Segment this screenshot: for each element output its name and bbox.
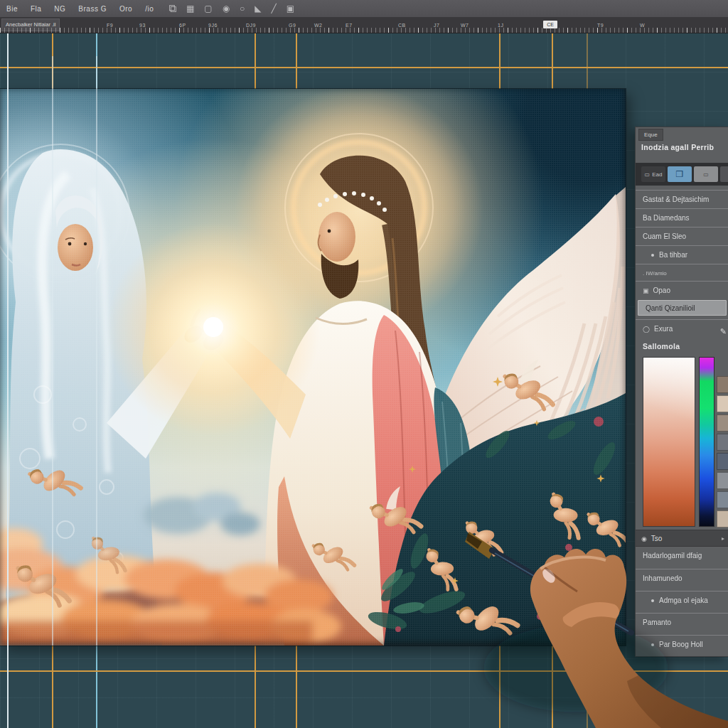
ruler-label: E7 bbox=[346, 23, 353, 28]
menu-edit[interactable]: Fla bbox=[24, 5, 48, 13]
menu-bar: Bie Fla NG Brass G Oro /io ⧉ ▦ ▢ ◉ ○ ◣ ╱… bbox=[0, 0, 728, 18]
panel-row[interactable]: ▣Opao bbox=[636, 281, 728, 299]
panel-row-label: Ba tihbar bbox=[659, 251, 687, 259]
layers-icon[interactable]: ⧉ bbox=[168, 2, 176, 15]
color-swatch[interactable] bbox=[717, 434, 728, 451]
panel-row-selected[interactable]: Qanti Qizanilioil bbox=[638, 300, 727, 316]
tools-section-header[interactable]: ◉Tso ▸ bbox=[636, 530, 728, 547]
panel-row[interactable]: . IW/amio bbox=[636, 264, 728, 282]
panel-tab[interactable]: Eque bbox=[638, 129, 663, 141]
painting-app-window: Bie Fla NG Brass G Oro /io ⧉ ▦ ▢ ◉ ○ ◣ ╱… bbox=[0, 0, 728, 728]
panel-row-label: Admga ol ejaka bbox=[659, 596, 708, 604]
menu-io[interactable]: /io bbox=[139, 5, 160, 13]
ruler-bar[interactable]: Anecbalker Nitlaiar .il F9 93 6P 9J6 DJ9… bbox=[0, 17, 728, 33]
artboard-canvas[interactable] bbox=[0, 89, 626, 646]
panel-row[interactable]: Par Boog Holl bbox=[636, 635, 728, 653]
ruler-label: CB bbox=[398, 23, 406, 28]
dot-icon[interactable]: ○ bbox=[240, 4, 245, 14]
color-swatch[interactable] bbox=[717, 395, 728, 412]
bullet-icon bbox=[651, 643, 654, 646]
ruler-label: 93 bbox=[139, 23, 146, 28]
panel-row[interactable]: Admga ol ejaka bbox=[636, 591, 728, 609]
ruler-label: W2 bbox=[314, 23, 323, 28]
frame-icon[interactable]: ▣ bbox=[287, 4, 294, 14]
workspace[interactable]: Eque Inodzia agall Perrib ▭ Ead ❒ ▭ ▫ Ga… bbox=[0, 33, 728, 728]
panel-row[interactable]: Inhamunedo bbox=[636, 569, 728, 587]
guide-vertical-light[interactable] bbox=[96, 56, 97, 646]
layers-icon: ❒ bbox=[676, 169, 684, 179]
ruler-label: J7 bbox=[434, 23, 439, 28]
pen-icon[interactable]: ╱ bbox=[272, 4, 277, 14]
menu-file[interactable]: Bie bbox=[0, 5, 24, 13]
panel-row-label: Par Boog Holl bbox=[659, 641, 703, 648]
circle-icon: ◯ bbox=[643, 326, 650, 333]
tools-header-label: Tso bbox=[651, 535, 663, 542]
panel-row[interactable]: Pamanto bbox=[636, 613, 728, 631]
panel-mode-button[interactable]: ▭ bbox=[694, 166, 718, 182]
square-icon: ▭ bbox=[645, 171, 651, 178]
painting-artwork bbox=[0, 89, 626, 646]
panel-title: Inodzia agall Perrib bbox=[641, 143, 727, 151]
panel-mode-label: Ead bbox=[652, 171, 662, 178]
guide-horizontal[interactable] bbox=[0, 670, 728, 672]
panel-row-label: Opao bbox=[653, 287, 670, 294]
panel-mode-button[interactable]: ▭ Ead bbox=[641, 166, 665, 182]
color-swatch[interactable] bbox=[717, 414, 728, 432]
color-swatch[interactable] bbox=[717, 453, 728, 470]
ruler-label: 1J bbox=[498, 23, 503, 28]
bullet-icon bbox=[651, 599, 654, 602]
hue-slider[interactable] bbox=[699, 357, 714, 527]
panel-row-label: Exura bbox=[654, 325, 673, 333]
panel-row[interactable]: Cuam El Sleo bbox=[636, 227, 728, 245]
grid-icon[interactable]: ▦ bbox=[186, 4, 194, 14]
guide-horizontal[interactable] bbox=[0, 67, 728, 68]
properties-panel: Eque Inodzia agall Perrib ▭ Ead ❒ ▭ ▫ Ga… bbox=[635, 127, 728, 657]
ruler-label: G9 bbox=[289, 23, 296, 28]
swatch-column bbox=[717, 376, 728, 528]
panel-row[interactable]: Hadarlogamil dfaig bbox=[636, 547, 728, 565]
ruler-label: T9 bbox=[597, 23, 604, 28]
ruler-label: 9J6 bbox=[208, 23, 218, 28]
color-swatch[interactable] bbox=[717, 472, 728, 489]
circle-icon: ◉ bbox=[641, 535, 647, 542]
panel-row[interactable]: ◯Exura bbox=[636, 319, 728, 338]
color-gradient-picker[interactable] bbox=[643, 357, 695, 527]
color-swatch[interactable] bbox=[717, 376, 728, 393]
bullet-icon bbox=[651, 254, 654, 257]
ruler-label: W7 bbox=[461, 23, 469, 28]
held-light bbox=[107, 223, 320, 436]
panel-mode-button-active[interactable]: ❒ bbox=[668, 166, 692, 182]
circle-icon[interactable]: ◉ bbox=[223, 4, 230, 14]
color-swatch[interactable] bbox=[717, 491, 728, 508]
panel-row[interactable]: Gastat & Dejtasichim bbox=[636, 190, 728, 208]
pen-icon[interactable]: ✎ bbox=[720, 327, 727, 336]
panel-tab-strip: ▭ Ead ❒ ▭ ▫ bbox=[636, 163, 728, 186]
panel-row[interactable]: Ba tihbar bbox=[636, 245, 728, 264]
guide-vertical-light[interactable] bbox=[7, 33, 9, 728]
colors-section-header: Sallomola bbox=[643, 342, 680, 350]
ruler-label: DJ9 bbox=[246, 23, 256, 28]
menu-brush[interactable]: Brass G bbox=[72, 5, 113, 13]
ruler-label: 6P bbox=[179, 23, 186, 28]
ruler-ticks bbox=[0, 28, 728, 33]
panel-icon[interactable]: ▢ bbox=[204, 4, 212, 14]
menu-view[interactable]: NG bbox=[48, 5, 72, 13]
panel-row[interactable]: Ba Diamedans bbox=[636, 208, 728, 227]
guide-vertical-light[interactable] bbox=[52, 56, 53, 646]
menu-options[interactable]: Oro bbox=[113, 5, 139, 13]
square-icon: ▣ bbox=[643, 287, 649, 294]
chevron-icon: ▸ bbox=[722, 530, 724, 547]
panel-mode-button[interactable]: ▫ bbox=[720, 166, 728, 182]
panel-icon: ▭ bbox=[703, 171, 709, 178]
ruler-label: F9 bbox=[107, 23, 113, 28]
menu-toolbar: ⧉ ▦ ▢ ◉ ○ ◣ ╱ ▣ bbox=[168, 2, 294, 15]
cursor-icon[interactable]: ◣ bbox=[255, 4, 261, 14]
color-swatch[interactable] bbox=[717, 510, 728, 528]
ruler-label: W bbox=[640, 23, 645, 28]
